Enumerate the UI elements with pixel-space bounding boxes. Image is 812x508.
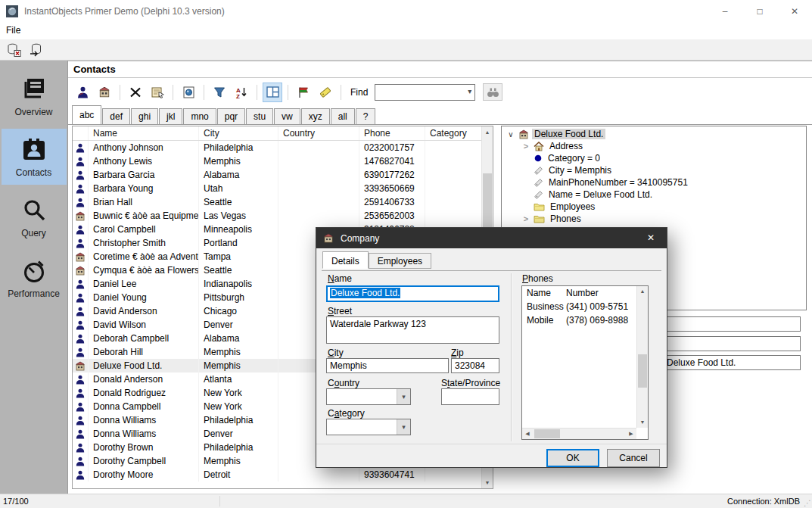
chevron-right-icon[interactable]: > <box>521 214 530 223</box>
add-company-button[interactable] <box>95 83 114 102</box>
phone-row[interactable]: Mobile(378) 069-8988 <box>522 313 636 327</box>
tree-item[interactable]: City = Memphis <box>502 164 806 176</box>
table-row[interactable]: Buwnic € àòè aa EquipmentLas Vegas253656… <box>73 209 481 223</box>
column-header-country[interactable]: Country <box>278 126 359 140</box>
table-row[interactable]: Brian HallSeattle2591406733 <box>73 195 481 209</box>
row-indicator <box>73 332 89 345</box>
phones-horizontal-scrollbar[interactable]: ◀ ▶ <box>522 428 636 439</box>
phones-list[interactable]: Name Number Business(341) 009-5751Mobile… <box>521 285 649 440</box>
tree-item[interactable]: >Phones <box>502 213 806 225</box>
alpha-tab-abc[interactable]: abc <box>72 105 101 124</box>
scroll-right-icon[interactable]: ▶ <box>626 429 636 439</box>
delete-button[interactable] <box>126 83 145 102</box>
company-icon <box>75 252 86 262</box>
alpha-tab-mno[interactable]: mno <box>183 108 216 124</box>
build-database-button[interactable] <box>5 41 23 59</box>
category-combobox[interactable]: ▾ <box>326 419 411 435</box>
tree-item-label: MainPhoneNumber = 3410095751 <box>546 177 690 188</box>
filter-button[interactable] <box>210 83 229 102</box>
dialog-close-button[interactable]: ✕ <box>635 228 667 248</box>
column-header-category[interactable]: Category <box>425 126 481 140</box>
scroll-down-icon[interactable]: ▼ <box>482 477 493 488</box>
properties-button[interactable] <box>148 83 167 102</box>
table-row[interactable]: Anthony JohnsonPhiladelphia0232001757 <box>73 141 481 154</box>
scroll-down-icon[interactable]: ▼ <box>637 417 648 428</box>
alpha-tab-all[interactable]: all <box>331 108 355 124</box>
column-header-name[interactable]: Name <box>89 126 199 140</box>
tree-item[interactable]: Category = 0 <box>502 152 806 164</box>
grid-view-button[interactable] <box>263 83 282 102</box>
sidebar-item-query[interactable]: Query <box>2 189 67 245</box>
table-row[interactable]: Barbara YoungUtah3393650669 <box>73 182 481 195</box>
table-row[interactable]: Dorothy MooreDetroit9393604741 <box>73 468 481 482</box>
table-row[interactable]: Anthony LewisMemphis1476827041 <box>73 154 481 168</box>
preview-button[interactable] <box>179 83 198 102</box>
alpha-tab-pqr[interactable]: pqr <box>217 108 245 124</box>
scroll-left-icon[interactable]: ◀ <box>522 429 533 439</box>
name-input[interactable]: Deluxe Food Ltd. <box>326 285 499 302</box>
ok-button[interactable]: OK <box>546 449 599 467</box>
tree-item[interactable]: ∨Deluxe Food Ltd. <box>502 128 806 140</box>
state-input[interactable] <box>441 388 499 405</box>
cancel-button[interactable]: Cancel <box>607 449 660 467</box>
chevron-down-icon[interactable]: ▾ <box>397 389 410 404</box>
alpha-tab-stu[interactable]: stu <box>246 108 273 124</box>
find-combobox[interactable]: ▾ <box>375 84 475 101</box>
chevron-right-icon[interactable]: > <box>521 142 530 151</box>
alpha-tab-def[interactable]: def <box>102 108 130 124</box>
tree-item[interactable]: MainPhoneNumber = 3410095751 <box>502 176 806 189</box>
alpha-tab-vw[interactable]: vw <box>274 108 300 124</box>
maximize-button[interactable]: □ <box>742 0 777 23</box>
sort-az-button[interactable]: AZ <box>232 83 251 102</box>
phone-name: Mobile <box>527 313 566 327</box>
chevron-down-icon[interactable]: ∨ <box>506 130 515 139</box>
table-row[interactable]: Barbara GarciaAlabama6390177262 <box>73 168 481 182</box>
find-search-button[interactable] <box>483 83 502 101</box>
cell <box>278 182 359 195</box>
sidebar-item-contacts[interactable]: Contacts <box>2 129 67 185</box>
flag-button[interactable] <box>294 83 313 102</box>
tree-item[interactable]: Employees <box>502 201 806 213</box>
chevron-down-icon[interactable]: ▾ <box>397 419 410 435</box>
dialog-tab-details[interactable]: Details <box>322 251 369 269</box>
row-indicator <box>73 291 89 304</box>
sidebar-item-overview[interactable]: Overview <box>2 68 67 124</box>
minimize-button[interactable]: – <box>708 0 742 23</box>
sidebar-item-performance[interactable]: Performance <box>2 250 67 306</box>
company-icon <box>75 361 86 371</box>
dialog-tab-employees[interactable]: Employees <box>369 253 431 269</box>
street-input[interactable]: Waterdale Parkway 123 <box>326 316 499 344</box>
name-label: Name <box>328 273 352 284</box>
tag-button[interactable] <box>316 83 335 102</box>
alpha-tab-jkl[interactable]: jkl <box>159 108 182 124</box>
column-header-city[interactable]: City <box>199 126 278 140</box>
close-button[interactable]: ✕ <box>777 0 812 23</box>
status-divider <box>219 496 220 506</box>
scroll-up-icon[interactable]: ▲ <box>482 126 493 138</box>
scrollbar-thumb[interactable] <box>638 354 647 388</box>
row-indicator <box>73 154 89 168</box>
phone-row[interactable]: Business(341) 009-5751 <box>522 300 636 313</box>
row-indicator <box>73 236 89 250</box>
city-input[interactable]: Memphis <box>326 358 449 373</box>
tree-item[interactable]: >Address <box>502 140 806 152</box>
phones-vertical-scrollbar[interactable]: ▲ ▼ <box>636 286 648 428</box>
column-header-phone[interactable]: Phone <box>359 126 425 140</box>
scrollbar-thumb[interactable] <box>534 429 560 438</box>
country-combobox[interactable]: ▾ <box>326 388 411 405</box>
connect-database-button[interactable] <box>27 41 45 59</box>
zip-input[interactable]: 323084 <box>451 358 499 373</box>
phone-number: (341) 009-5751 <box>566 300 636 313</box>
menu-file[interactable]: File <box>0 23 26 38</box>
alpha-tab-xyz[interactable]: xyz <box>301 108 330 124</box>
alpha-tab-ghi[interactable]: ghi <box>131 108 158 124</box>
company-icon <box>75 266 86 276</box>
scroll-up-icon[interactable]: ▲ <box>637 286 648 297</box>
row-indicator <box>73 372 89 386</box>
cell: Daniel Lee <box>89 277 199 291</box>
chevron-down-icon[interactable]: ▾ <box>468 87 471 95</box>
alpha-tab-question[interactable]: ? <box>356 108 376 124</box>
resize-grip-icon[interactable]: ⋰ <box>804 499 811 507</box>
tree-item[interactable]: Name = Deluxe Food Ltd. <box>502 189 806 201</box>
add-person-button[interactable] <box>73 83 92 102</box>
